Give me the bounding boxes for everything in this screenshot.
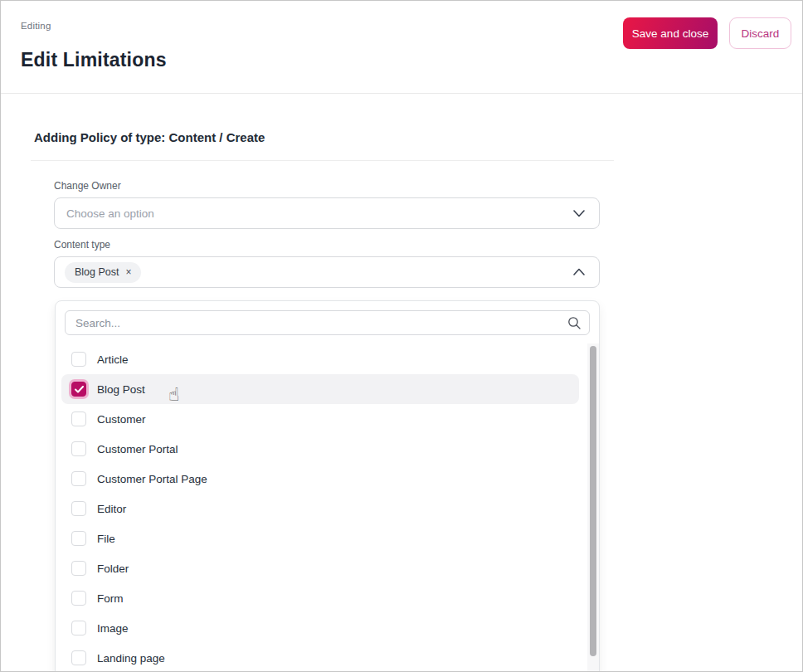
- checkmark-icon: [75, 386, 84, 393]
- option-label: Article: [97, 353, 129, 366]
- page-title: Edit Limitations: [21, 49, 167, 71]
- option-row[interactable]: Customer Portal Page: [61, 464, 579, 494]
- option-label: Customer: [97, 413, 146, 426]
- content-type-label: Content type: [54, 239, 600, 251]
- checkbox[interactable]: [71, 441, 86, 456]
- option-label: Form: [97, 592, 124, 605]
- remove-tag-icon[interactable]: ×: [126, 267, 132, 277]
- option-row[interactable]: Customer: [61, 404, 579, 434]
- option-label: File: [97, 533, 115, 545]
- option-row[interactable]: Blog Post: [61, 374, 579, 404]
- change-owner-placeholder: Choose an option: [66, 207, 154, 220]
- option-label: Editor: [97, 503, 126, 515]
- checkbox[interactable]: [71, 650, 86, 665]
- content-type-select[interactable]: Blog Post ×: [54, 256, 600, 288]
- page-header: Editing Edit Limitations Save and close …: [1, 1, 802, 94]
- option-row[interactable]: Article: [61, 344, 579, 374]
- checkbox[interactable]: [71, 501, 86, 516]
- option-row[interactable]: Customer Portal: [61, 434, 579, 464]
- option-row[interactable]: Folder: [61, 553, 579, 583]
- chevron-up-icon: [572, 267, 586, 277]
- editing-status-label: Editing: [21, 21, 51, 31]
- policy-section-title: Adding Policy of type: Content / Create: [34, 130, 265, 144]
- checkbox[interactable]: [71, 591, 86, 606]
- option-label: Customer Portal: [97, 443, 178, 455]
- edit-limitations-page: Editing Edit Limitations Save and close …: [0, 0, 803, 672]
- option-list: Article Blog Post Customer Customer Port…: [56, 344, 599, 672]
- save-and-close-button[interactable]: Save and close: [623, 17, 718, 49]
- chevron-down-icon: [572, 208, 586, 218]
- option-row[interactable]: File: [61, 523, 579, 553]
- option-row[interactable]: Image: [61, 613, 579, 643]
- dropdown-search: [65, 310, 590, 335]
- option-label: Customer Portal Page: [97, 473, 207, 485]
- checkbox[interactable]: [71, 561, 86, 576]
- checkbox[interactable]: [71, 352, 86, 367]
- dropdown-scrollbar-track[interactable]: [587, 343, 599, 672]
- search-icon: [567, 316, 582, 330]
- checkbox[interactable]: [71, 621, 86, 635]
- selected-tag-label: Blog Post: [75, 266, 119, 278]
- content-type-dropdown: Article Blog Post Customer Customer Port…: [55, 300, 600, 672]
- content-type-field: Content type Blog Post ×: [54, 239, 600, 288]
- checkbox[interactable]: [71, 411, 86, 426]
- dropdown-scrollbar-thumb[interactable]: [590, 346, 596, 656]
- change-owner-label: Change Owner: [54, 180, 600, 192]
- option-row[interactable]: Form: [61, 583, 579, 613]
- search-input[interactable]: [65, 310, 590, 335]
- option-row[interactable]: Editor: [61, 494, 579, 523]
- option-label: Blog Post: [97, 383, 145, 396]
- selected-tag-blog-post: Blog Post ×: [65, 262, 141, 283]
- discard-button[interactable]: Discard: [729, 17, 791, 49]
- checkbox[interactable]: [71, 471, 86, 486]
- option-label: Image: [97, 622, 129, 635]
- option-label: Folder: [97, 562, 129, 575]
- option-row[interactable]: Landing page: [61, 643, 579, 672]
- section-divider: [31, 160, 614, 161]
- checkbox[interactable]: [71, 531, 86, 546]
- change-owner-select[interactable]: Choose an option: [54, 197, 600, 229]
- option-label: Landing page: [97, 652, 165, 665]
- checkbox[interactable]: [71, 382, 86, 397]
- change-owner-field: Change Owner Choose an option: [54, 180, 600, 229]
